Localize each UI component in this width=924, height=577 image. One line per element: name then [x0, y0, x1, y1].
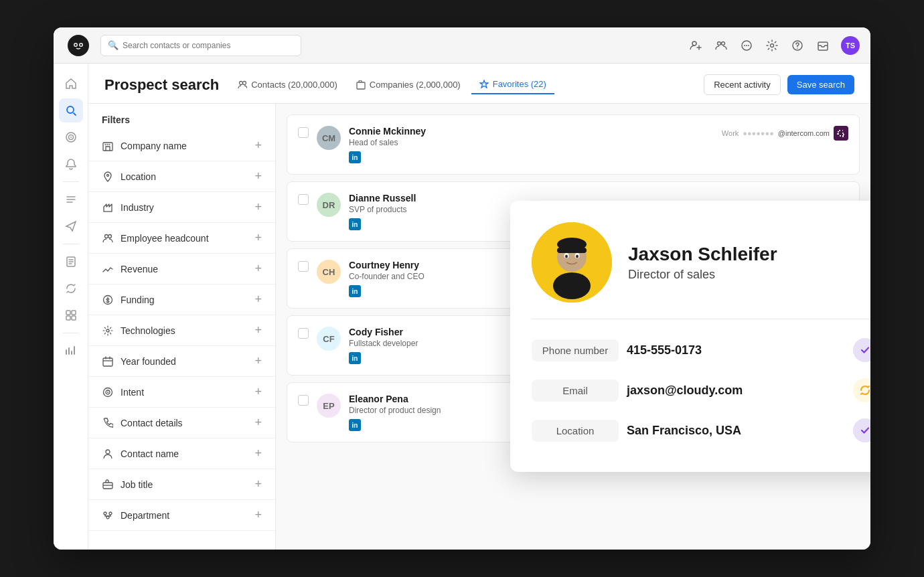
body-split: Filters Company name + — [88, 104, 870, 550]
slack-icon[interactable] — [834, 126, 848, 141]
svg-point-14 — [67, 106, 74, 113]
filter-employee-headcount[interactable]: Employee headcount + — [88, 223, 275, 254]
add-contact-icon[interactable] — [688, 38, 703, 53]
filter-intent[interactable]: Intent + — [88, 377, 275, 408]
recent-activity-button[interactable]: Recent activity — [704, 74, 781, 95]
svg-point-9 — [748, 45, 749, 46]
linkedin-badge-5[interactable]: in — [349, 419, 361, 431]
filter-funding[interactable]: Funding + — [88, 284, 275, 315]
result-checkbox-2[interactable] — [298, 194, 309, 205]
result-card-1[interactable]: CM Connie Mckinney Head of sales in Work… — [287, 114, 860, 175]
inbox-icon[interactable] — [816, 38, 830, 53]
settings-icon[interactable] — [765, 38, 779, 53]
trend-icon — [102, 263, 114, 275]
chat-icon[interactable] — [739, 38, 754, 53]
help-icon[interactable] — [790, 38, 805, 53]
phone-icon — [102, 417, 114, 429]
search-icon: 🔍 — [108, 40, 119, 50]
nav-file[interactable] — [59, 250, 83, 274]
left-nav — [54, 64, 88, 550]
svg-rect-21 — [66, 316, 70, 320]
filter-add-icon: + — [254, 323, 262, 337]
filter-location[interactable]: Location + — [88, 161, 275, 192]
people-icon — [102, 232, 114, 244]
svg-rect-19 — [66, 311, 70, 315]
email-refresh-icon[interactable] — [853, 378, 870, 402]
nav-search[interactable] — [59, 98, 83, 122]
result-title-1: Head of sales — [349, 138, 714, 147]
filter-add-icon: + — [254, 293, 262, 307]
search-input[interactable] — [123, 41, 294, 50]
phone-value: 415-555-0173 — [627, 343, 845, 357]
svg-point-42 — [553, 272, 591, 299]
tab-contacts[interactable]: Contacts (20,000,000) — [230, 76, 345, 94]
svg-point-10 — [771, 44, 774, 47]
result-checkbox-1[interactable] — [298, 127, 309, 138]
email-value: jaxson@cloudy.com — [627, 384, 845, 398]
linkedin-badge-2[interactable]: in — [349, 218, 361, 230]
briefcase-icon — [102, 479, 114, 491]
nav-home[interactable] — [59, 72, 83, 96]
filter-add-icon: + — [254, 416, 262, 430]
email-label-text: Email — [532, 380, 619, 402]
filters-header: Filters — [88, 104, 275, 131]
svg-point-24 — [243, 81, 246, 84]
department-icon — [102, 509, 114, 521]
nav-send[interactable] — [59, 214, 83, 238]
result-checkbox-4[interactable] — [298, 328, 309, 339]
nav-list[interactable] — [59, 187, 83, 212]
filter-technologies[interactable]: Technologies + — [88, 315, 275, 346]
svg-point-23 — [240, 81, 243, 84]
result-checkbox-3[interactable] — [298, 261, 309, 272]
building-icon — [102, 140, 114, 152]
profile-role: Director of sales — [628, 268, 870, 282]
phone-verified-icon[interactable] — [853, 338, 870, 362]
filter-revenue[interactable]: Revenue + — [88, 254, 275, 284]
linkedin-badge-3[interactable]: in — [349, 285, 361, 297]
nav-target[interactable] — [59, 125, 83, 149]
svg-rect-20 — [72, 311, 76, 315]
top-bar: 🔍 TS — [54, 27, 870, 64]
team-icon[interactable] — [714, 38, 728, 53]
nav-divider-1 — [63, 181, 79, 182]
filter-contact-details[interactable]: Contact details + — [88, 408, 275, 438]
tab-favorites[interactable]: Favorites (22) — [471, 75, 554, 94]
user-avatar[interactable]: TS — [841, 36, 860, 55]
svg-point-28 — [105, 234, 108, 238]
filter-year-founded[interactable]: Year founded + — [88, 346, 275, 377]
nav-divider-2 — [63, 244, 79, 244]
svg-point-35 — [107, 392, 108, 393]
filter-job-title[interactable]: Job title + — [88, 469, 275, 500]
filter-company-name[interactable]: Company name + — [88, 131, 275, 161]
nav-refresh[interactable] — [59, 276, 83, 301]
linkedin-badge-1[interactable]: in — [349, 151, 361, 163]
filter-contact-name[interactable]: Contact name + — [88, 438, 275, 469]
svg-point-29 — [108, 234, 112, 238]
location-label-text: Location — [532, 420, 619, 442]
filter-industry[interactable]: Industry + — [88, 192, 275, 223]
svg-point-3 — [80, 44, 82, 46]
svg-point-17 — [70, 137, 72, 138]
linkedin-badge-4[interactable]: in — [349, 352, 361, 364]
filter-add-icon: + — [254, 200, 262, 214]
nav-divider-3 — [63, 333, 79, 333]
svg-point-8 — [746, 45, 747, 46]
filter-add-icon: + — [254, 508, 262, 522]
search-bar[interactable]: 🔍 — [100, 35, 301, 56]
tab-companies[interactable]: Companies (2,000,000) — [348, 76, 469, 94]
result-checkbox-5[interactable] — [298, 395, 309, 406]
filter-add-icon: + — [254, 139, 262, 153]
tech-icon — [102, 325, 114, 337]
save-search-button[interactable]: Save search — [787, 75, 854, 94]
svg-point-5 — [718, 42, 721, 45]
filters-panel: Filters Company name + — [88, 104, 276, 550]
location-row: Location San Francisco, USA — [532, 410, 870, 450]
filter-department[interactable]: Department + — [88, 500, 275, 531]
nav-chart[interactable] — [59, 339, 83, 363]
nav-grid[interactable] — [59, 303, 83, 327]
location-verified-icon[interactable] — [853, 418, 870, 442]
nav-bell[interactable] — [59, 152, 83, 176]
industry-icon — [102, 201, 114, 214]
dollar-icon — [102, 294, 114, 306]
phone-row: Phone number 415-555-0173 — [532, 330, 870, 370]
